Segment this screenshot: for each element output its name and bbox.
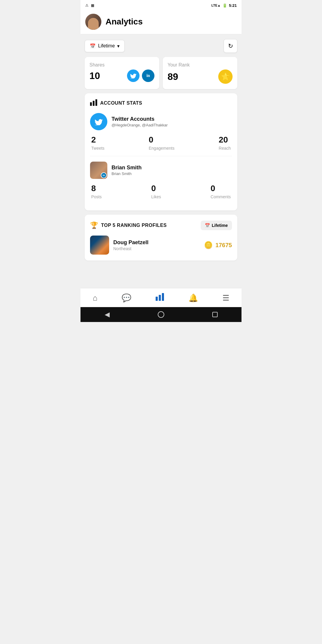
status-right: LTE▲ 🔋 5:21 (211, 3, 237, 8)
score-value: 17675 (215, 242, 232, 249)
time-display: 5:21 (229, 3, 237, 8)
chevron-down-icon: ▾ (117, 43, 120, 49)
svg-rect-1 (93, 101, 95, 106)
svg-rect-4 (159, 295, 161, 301)
tweets-metric: 2 Tweets (91, 135, 104, 151)
period-selector[interactable]: 📅 Lifetime ▾ (85, 40, 125, 52)
status-bar: ⚠ ▦ LTE▲ 🔋 5:21 (80, 0, 242, 11)
shares-label: Shares (89, 62, 154, 68)
svg-rect-2 (95, 99, 97, 106)
sd-card-icon: ▦ (91, 3, 94, 7)
linkedin-avatar: in (90, 162, 107, 179)
reach-label: Reach (219, 146, 231, 151)
rank-label: Your Rank (168, 62, 233, 68)
profile-name: Doug Paetzell (113, 239, 200, 246)
shares-value: 10 (89, 70, 100, 81)
refresh-button[interactable]: ↻ (224, 39, 237, 53)
battery-icon: 🔋 (222, 3, 227, 8)
profile-image (90, 236, 109, 255)
profile-row[interactable]: Doug Paetzell Northeast 🪙 17675 (90, 236, 232, 255)
menu-icon: ☰ (222, 293, 229, 303)
nav-home[interactable]: ⌂ (89, 292, 102, 304)
linkedin-name: Brian Smith (112, 165, 142, 171)
analytics-icon (156, 293, 164, 303)
linkedin-badge-icon: in (101, 172, 107, 178)
comments-value: 0 (210, 184, 231, 193)
account-stats-card: ACCOUNT STATS Twitter Accounts @HegdeOra… (85, 93, 237, 210)
account-stats-header: ACCOUNT STATS (90, 99, 232, 107)
linkedin-metrics: 8 Posts 0 Likes 0 Comments (90, 184, 232, 199)
calendar-icon: 📅 (90, 43, 96, 49)
recents-button[interactable] (212, 312, 218, 317)
comments-label: Comments (210, 194, 231, 199)
posts-value: 8 (91, 184, 102, 193)
lte-icon: LTE▲ (211, 4, 221, 7)
reach-metric: 20 Reach (219, 135, 231, 151)
twitter-metrics: 2 Tweets 0 Engagements 20 Reach (90, 135, 232, 151)
profile-info: Doug Paetzell Northeast (113, 239, 200, 251)
home-icon: ⌂ (93, 293, 97, 303)
tweets-value: 2 (91, 135, 104, 145)
tweets-label: Tweets (91, 146, 104, 151)
coin-icon: 🪙 (204, 241, 213, 249)
ranking-calendar-icon: 📅 (205, 223, 210, 228)
ranking-title: TOP 5 RANKING PROFILES (101, 223, 167, 228)
ranking-period-selector[interactable]: 📅 Lifetime (201, 221, 232, 230)
rank-value: 89 (168, 71, 178, 82)
bottom-nav: ⌂ 💬 🔔 ☰ (80, 288, 242, 307)
shares-icons: in (127, 69, 154, 82)
ranking-card: 🏆 TOP 5 RANKING PROFILES 📅 Lifetime Doug… (85, 215, 237, 261)
filter-bar: 📅 Lifetime ▾ ↻ (85, 39, 237, 53)
refresh-icon: ↻ (228, 42, 233, 49)
bell-icon: 🔔 (188, 293, 198, 303)
likes-value: 0 (151, 184, 161, 193)
posts-label: Posts (91, 194, 102, 199)
star-icon: ⭐ (218, 69, 233, 84)
nav-menu[interactable]: ☰ (218, 292, 233, 304)
rank-card: Your Rank 89 ⭐ (163, 57, 237, 89)
linkedin-icon: in (142, 69, 154, 82)
svg-rect-0 (90, 102, 92, 106)
ranking-period-label: Lifetime (212, 223, 228, 228)
linkedin-sub: Brian Smith (112, 171, 142, 176)
main-content: 📅 Lifetime ▾ ↻ Shares 10 in (80, 34, 242, 288)
back-button[interactable]: ◀ (105, 311, 110, 318)
engagements-metric: 0 Engagements (149, 135, 174, 151)
profile-region: Northeast (113, 246, 200, 251)
twitter-account-row: Twitter Accounts @HegdeOrange, @AadiThak… (90, 113, 232, 130)
engagements-label: Engagements (149, 146, 174, 151)
nav-notifications[interactable]: 🔔 (184, 292, 202, 304)
trophy-icon: 🏆 (90, 222, 98, 229)
linkedin-account-row: in Brian Smith Brian Smith (90, 162, 232, 179)
system-nav: ◀ (80, 307, 242, 322)
twitter-icon (127, 69, 140, 82)
bar-chart-icon (90, 99, 97, 107)
avatar[interactable] (85, 14, 101, 30)
engagements-value: 0 (149, 135, 174, 145)
likes-metric: 0 Likes (151, 184, 161, 199)
svg-rect-5 (162, 293, 164, 301)
stats-row: Shares 10 in Your Rank 89 (85, 57, 237, 89)
posts-metric: 8 Posts (91, 184, 102, 199)
page-title: Analytics (106, 17, 143, 27)
reach-value: 20 (219, 135, 231, 145)
period-label: Lifetime (98, 43, 115, 49)
home-button[interactable] (158, 311, 164, 318)
status-left-icons: ⚠ ▦ (85, 3, 94, 7)
divider (90, 156, 232, 156)
comments-metric: 0 Comments (210, 184, 231, 199)
nav-messages[interactable]: 💬 (117, 292, 135, 304)
twitter-account-info: Twitter Accounts @HegdeOrange, @AadiThak… (112, 116, 168, 127)
ranking-header-left: 🏆 TOP 5 RANKING PROFILES (90, 222, 167, 229)
likes-label: Likes (151, 194, 161, 199)
profile-score: 🪙 17675 (204, 241, 232, 249)
chat-icon: 💬 (122, 293, 131, 303)
shares-card: Shares 10 in (85, 57, 159, 89)
warning-icon: ⚠ (85, 3, 89, 7)
nav-analytics[interactable] (151, 292, 168, 304)
ranking-header: 🏆 TOP 5 RANKING PROFILES 📅 Lifetime (90, 221, 232, 230)
twitter-handles: @HegdeOrange, @AadiThakkar (112, 123, 168, 127)
twitter-big-icon (90, 113, 107, 130)
account-stats-title: ACCOUNT STATS (100, 100, 142, 106)
linkedin-account-info: Brian Smith Brian Smith (112, 165, 142, 176)
